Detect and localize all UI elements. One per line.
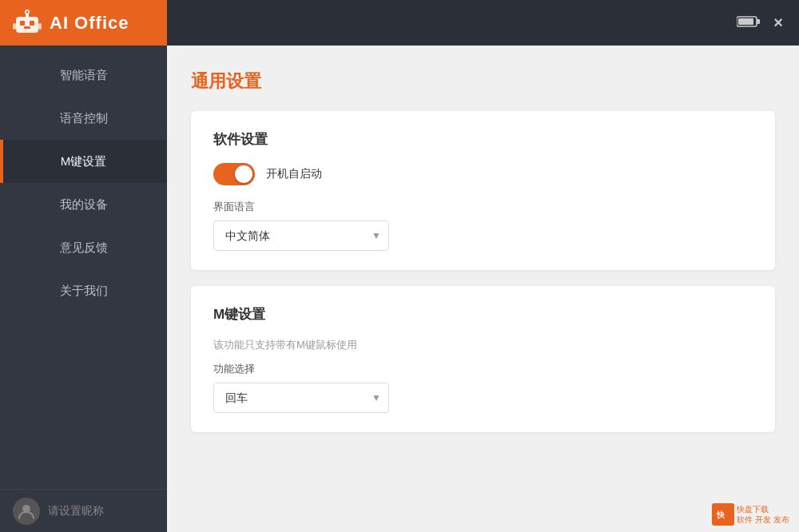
auto-start-label: 开机自启动 <box>266 167 322 181</box>
page-title: 通用设置 <box>191 69 775 93</box>
m-key-hint: 该功能只支持带有M键鼠标使用 <box>213 338 753 352</box>
close-button[interactable]: × <box>773 14 783 32</box>
sidebar-label-voice-control: 语音控制 <box>60 111 108 126</box>
language-field-label: 界面语言 <box>213 200 753 214</box>
software-settings-card: 软件设置 开机自启动 界面语言 中文简体 English ▼ <box>191 111 775 270</box>
auto-start-row: 开机自启动 <box>213 163 753 185</box>
function-select-wrapper: 回车 空格 Tab 关闭 ▼ <box>213 383 389 413</box>
sidebar-item-feedback[interactable]: 意见反馈 <box>0 226 167 269</box>
sidebar-item-m-key-settings[interactable]: M键设置 <box>0 140 167 183</box>
software-settings-title: 软件设置 <box>213 130 753 149</box>
sidebar-item-about-us[interactable]: 关于我们 <box>0 269 167 312</box>
sidebar-item-my-devices[interactable]: 我的设备 <box>0 183 167 226</box>
svg-point-6 <box>26 10 29 13</box>
sidebar-item-voice-control[interactable]: 语音控制 <box>0 97 167 140</box>
sidebar-nav: 智能语音 语音控制 M键设置 我的设备 意见反馈 关于我们 <box>0 46 167 489</box>
watermark-site: 快盘下载 <box>737 504 789 514</box>
sidebar-footer[interactable]: 请设置昵称 <box>0 489 167 532</box>
watermark-text: 快盘下载 软件 开发 发布 <box>737 504 789 525</box>
language-select[interactable]: 中文简体 English <box>213 220 389 251</box>
sidebar-label-my-devices: 我的设备 <box>60 197 108 212</box>
function-select[interactable]: 回车 空格 Tab 关闭 <box>213 383 389 413</box>
auto-start-toggle[interactable] <box>213 163 255 185</box>
sidebar-label-smart-voice: 智能语音 <box>60 68 108 83</box>
avatar <box>13 498 40 525</box>
app-logo-area: AI Office <box>0 0 167 46</box>
title-bar-controls: × <box>737 14 799 32</box>
svg-rect-2 <box>30 21 34 26</box>
svg-rect-1 <box>20 21 25 26</box>
sidebar: 智能语音 语音控制 M键设置 我的设备 意见反馈 关于我们 <box>0 46 167 532</box>
m-key-settings-card: M键设置 该功能只支持带有M键鼠标使用 功能选择 回车 空格 Tab 关闭 ▼ <box>191 286 775 432</box>
svg-rect-0 <box>16 17 38 33</box>
function-field-label: 功能选择 <box>213 362 753 376</box>
content-area: 通用设置 软件设置 开机自启动 界面语言 中文简体 English ▼ M键设置… <box>167 46 799 532</box>
watermark-logo: 快 <box>712 503 734 526</box>
watermark-sub: 软件 开发 发布 <box>737 514 789 525</box>
battery-icon <box>737 14 761 32</box>
svg-text:快: 快 <box>716 510 725 519</box>
sidebar-label-about-us: 关于我们 <box>60 284 108 299</box>
svg-rect-11 <box>757 19 760 24</box>
m-key-settings-title: M键设置 <box>213 305 753 324</box>
nickname-placeholder: 请设置昵称 <box>48 504 104 518</box>
robot-icon <box>13 9 42 38</box>
app-title: AI Office <box>50 13 129 34</box>
svg-rect-7 <box>13 23 16 30</box>
svg-rect-8 <box>38 23 42 30</box>
sidebar-label-m-key-settings: M键设置 <box>61 154 107 169</box>
sidebar-label-feedback: 意见反馈 <box>60 240 108 256</box>
svg-rect-3 <box>24 26 30 29</box>
language-select-wrapper: 中文简体 English ▼ <box>213 220 389 251</box>
watermark-area: 快 快盘下载 软件 开发 发布 <box>712 503 789 526</box>
sidebar-item-smart-voice[interactable]: 智能语音 <box>0 54 167 97</box>
svg-rect-10 <box>738 18 753 25</box>
